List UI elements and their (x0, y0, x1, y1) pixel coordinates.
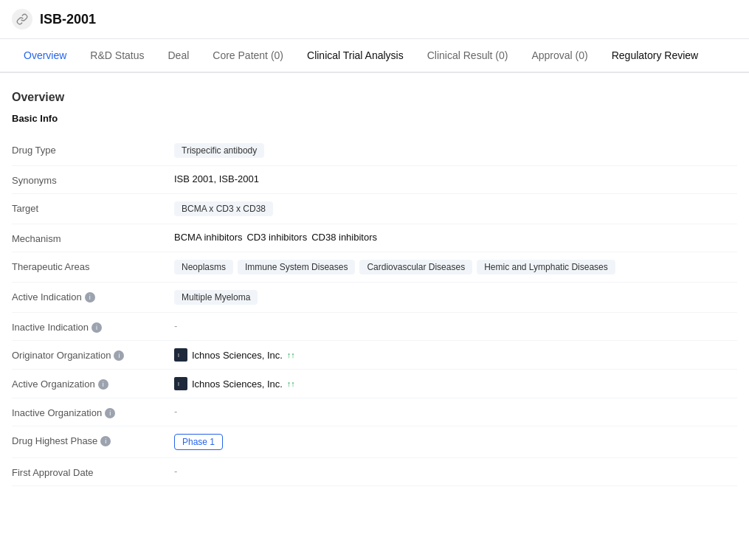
tab-rd-status[interactable]: R&D Status (78, 39, 156, 73)
label-inactive-org: Inactive Organizationi (12, 406, 174, 418)
info-row-mechanism: MechanismBCMA inhibitorsCD3 inhibitorsCD… (12, 224, 737, 252)
info-icon-originator-org[interactable]: i (114, 350, 124, 361)
org-item-originator-org: IIchnos Sciences, Inc.↑↑ (174, 348, 295, 362)
org-item-active-org: IIchnos Sciences, Inc.↑↑ (174, 377, 295, 390)
info-row-synonyms: SynonymsISB 2001, ISB-2001 (12, 166, 737, 194)
value-target: BCMA x CD3 x CD38 (174, 201, 737, 216)
label-target: Target (12, 201, 174, 214)
label-drug-highest-phase: Drug Highest Phasei (12, 434, 174, 446)
phase-tag-drug-highest-phase: Phase 1 (174, 434, 223, 450)
org-logo-originator-org: I (174, 348, 187, 362)
tab-bar: OverviewR&D StatusDealCore Patent (0)Cli… (0, 39, 749, 73)
tab-approval[interactable]: Approval (0) (520, 39, 599, 73)
info-icon-active-indication[interactable]: i (85, 292, 95, 303)
header-bar: ISB-2001 (0, 0, 749, 39)
value-active-indication: Multiple Myeloma (174, 290, 737, 305)
tag-therapeutic-areas: Hemic and Lymphatic Diseases (477, 260, 615, 274)
value-inactive-org: - (174, 406, 737, 417)
org-name-active-org[interactable]: Ichnos Sciences, Inc. (192, 378, 283, 390)
value-mechanism: BCMA inhibitorsCD3 inhibitorsCD38 inhibi… (174, 232, 737, 243)
basic-info-label: Basic Info (12, 113, 737, 124)
org-trend-originator-org: ↑↑ (287, 350, 295, 359)
value-drug-highest-phase: Phase 1 (174, 434, 737, 450)
org-name-originator-org[interactable]: Ichnos Sciences, Inc. (192, 350, 283, 361)
mechanism-item-0: BCMA inhibitors (174, 232, 242, 243)
header-icon (12, 9, 32, 30)
info-icon-drug-highest-phase[interactable]: i (100, 436, 111, 446)
label-originator-org: Originator Organizationi (12, 348, 174, 361)
tab-core-patent[interactable]: Core Patent (0) (201, 39, 295, 73)
info-row-first-approval-date: First Approval Date- (12, 458, 737, 486)
info-icon-active-org[interactable]: i (98, 379, 108, 390)
tag-drug-type: Trispecific antibody (174, 143, 264, 158)
info-row-active-org: Active OrganizationiIIchnos Sciences, In… (12, 370, 737, 398)
tag-therapeutic-areas: Immune System Diseases (238, 260, 355, 274)
tab-clinical-result[interactable]: Clinical Result (0) (415, 39, 520, 73)
section-title: Overview (12, 91, 737, 104)
value-active-org: IIchnos Sciences, Inc.↑↑ (174, 377, 737, 390)
info-row-active-indication: Active IndicationiMultiple Myeloma (12, 283, 737, 313)
tab-regulatory-review[interactable]: Regulatory Review (600, 39, 711, 73)
label-drug-type: Drug Type (12, 143, 174, 156)
value-first-approval-date: - (174, 466, 737, 477)
mechanism-item-1: CD3 inhibitors (246, 232, 307, 243)
info-row-inactive-indication: Inactive Indicationi- (12, 313, 737, 341)
value-inactive-indication: - (174, 320, 737, 331)
content-area: Overview Basic Info Drug TypeTrispecific… (0, 73, 749, 504)
info-icon-inactive-org[interactable]: i (105, 408, 115, 418)
dash-value-first-approval-date: - (174, 466, 177, 477)
tab-deal[interactable]: Deal (156, 39, 201, 73)
svg-text:I: I (178, 353, 179, 358)
dash-value-inactive-indication: - (174, 320, 177, 331)
label-active-org: Active Organizationi (12, 377, 174, 390)
label-synonyms: Synonyms (12, 173, 174, 186)
label-inactive-indication: Inactive Indicationi (12, 320, 174, 333)
info-rows: Drug TypeTrispecific antibodySynonymsISB… (12, 136, 737, 486)
tab-clinical-trial[interactable]: Clinical Trial Analysis (295, 39, 415, 73)
label-first-approval-date: First Approval Date (12, 466, 174, 478)
label-mechanism: Mechanism (12, 232, 174, 244)
tag-therapeutic-areas: Neoplasms (174, 260, 233, 274)
value-therapeutic-areas: NeoplasmsImmune System DiseasesCardiovas… (174, 260, 737, 274)
dash-value-inactive-org: - (174, 406, 177, 417)
org-trend-active-org: ↑↑ (287, 379, 295, 388)
label-therapeutic-areas: Therapeutic Areas (12, 260, 174, 272)
info-row-originator-org: Originator OrganizationiIIchnos Sciences… (12, 341, 737, 370)
info-row-target: TargetBCMA x CD3 x CD38 (12, 194, 737, 224)
info-row-inactive-org: Inactive Organizationi- (12, 398, 737, 426)
value-drug-type: Trispecific antibody (174, 143, 737, 158)
tag-active-indication: Multiple Myeloma (174, 290, 258, 305)
value-synonyms: ISB 2001, ISB-2001 (174, 173, 737, 184)
svg-text:I: I (178, 381, 179, 387)
label-active-indication: Active Indicationi (12, 290, 174, 303)
page-title: ISB-2001 (40, 12, 96, 27)
mechanism-item-2: CD38 inhibitors (311, 232, 377, 243)
value-originator-org: IIchnos Sciences, Inc.↑↑ (174, 348, 737, 362)
tag-therapeutic-areas: Cardiovascular Diseases (359, 260, 472, 274)
info-icon-inactive-indication[interactable]: i (92, 322, 102, 333)
tab-overview[interactable]: Overview (12, 39, 78, 73)
tag-target: BCMA x CD3 x CD38 (174, 201, 273, 216)
text-value-synonyms: ISB 2001, ISB-2001 (174, 173, 259, 184)
org-logo-active-org: I (174, 377, 187, 390)
info-row-therapeutic-areas: Therapeutic AreasNeoplasmsImmune System … (12, 252, 737, 283)
info-row-drug-type: Drug TypeTrispecific antibody (12, 136, 737, 166)
info-row-drug-highest-phase: Drug Highest PhaseiPhase 1 (12, 426, 737, 458)
